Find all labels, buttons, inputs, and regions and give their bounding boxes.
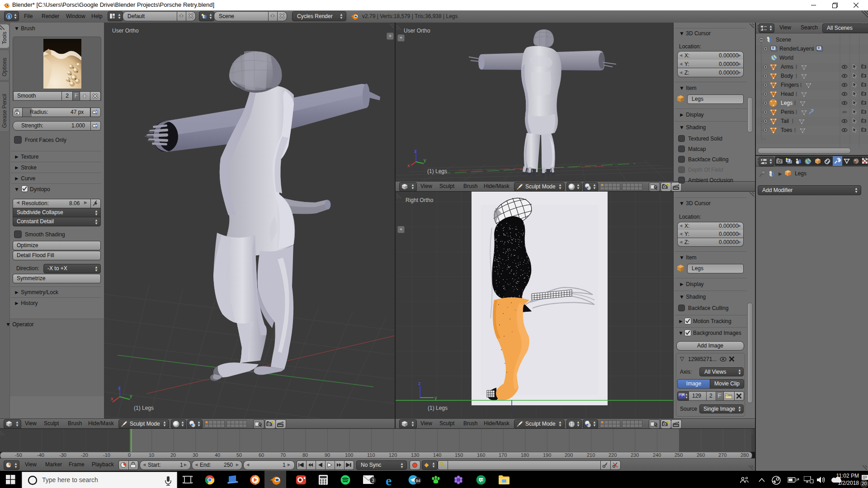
svg-text:Toes: Toes [781,127,792,133]
svg-text:|: | [792,118,793,123]
svg-text:94: 94 [415,479,420,483]
svg-text:y: y [130,393,132,399]
svg-text:z: z [414,148,417,154]
svg-text:Body: Body [781,73,793,79]
svg-text:RenderLayers: RenderLayers [779,46,813,52]
svg-text:|: | [813,46,814,51]
svg-text:|: | [800,82,802,87]
svg-text:|: | [796,73,797,78]
svg-text:▶: ▶ [778,171,782,176]
svg-text:z: z [418,380,421,386]
svg-text:20: 20 [862,481,867,486]
svg-text:Fingers: Fingers [781,82,799,88]
svg-text:Penis: Penis [781,109,794,115]
svg-text:Scene: Scene [776,37,791,43]
svg-text:Legs: Legs [781,100,793,106]
svg-text:|: | [794,100,796,105]
svg-text:Legs: Legs [795,170,807,177]
svg-text:|: | [794,127,796,132]
svg-text:y: y [434,395,437,400]
svg-text:World: World [779,55,793,61]
svg-text:i: i [9,14,10,19]
svg-text:x: x [407,163,410,168]
svg-text:|: | [796,91,797,96]
svg-text:Head: Head [781,91,794,97]
svg-text:z: z [118,385,121,390]
svg-text:x: x [111,396,113,401]
svg-text:y: y [424,157,426,163]
svg-text:3: 3 [372,478,374,483]
svg-text:|: | [796,109,797,114]
svg-text:Arms: Arms [781,64,793,70]
svg-text:Tail: Tail [781,118,789,124]
svg-text:|: | [796,64,797,69]
